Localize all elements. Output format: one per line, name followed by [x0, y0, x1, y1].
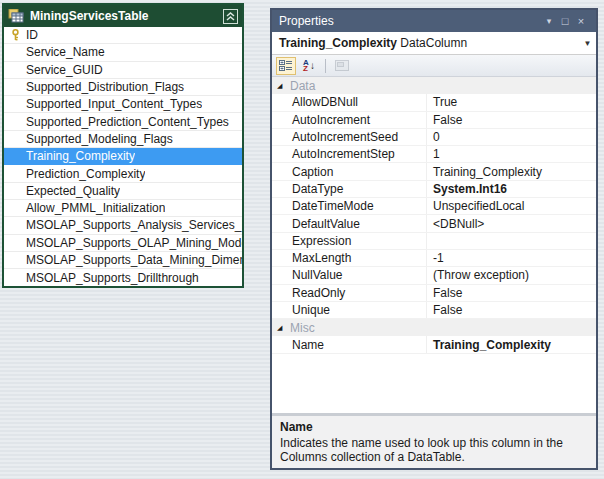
property-row[interactable]: Expression — [272, 233, 596, 250]
property-value[interactable]: UnspecifiedLocal — [427, 198, 596, 214]
property-value[interactable]: -1 — [427, 250, 596, 266]
property-value[interactable]: System.Int16 — [427, 181, 596, 197]
table-column-label: MSOLAP_Supports_Data_Mining_Dimensi... — [26, 253, 242, 267]
chevron-down-icon[interactable]: ▼ — [579, 32, 596, 54]
property-value[interactable]: <DBNull> — [427, 215, 596, 231]
table-column-label: MSOLAP_Supports_Drillthrough — [26, 271, 199, 285]
property-row[interactable]: AutoIncrementStep1 — [272, 146, 596, 163]
table-header[interactable]: MiningServicesTable — [4, 5, 242, 27]
property-value[interactable]: 0 — [427, 129, 596, 145]
property-name: DataType — [272, 181, 427, 197]
table-column-row[interactable]: Service_Name — [4, 44, 242, 61]
property-name: AllowDBNull — [272, 94, 427, 110]
table-column-label: Supported_Input_Content_Types — [26, 97, 202, 111]
property-category-row[interactable]: ◢Data — [272, 77, 596, 94]
property-category-row[interactable]: ◢Misc — [272, 319, 596, 336]
primary-key-icon — [4, 29, 26, 41]
property-value[interactable]: False — [427, 285, 596, 301]
category-expander-icon[interactable]: ◢ — [277, 324, 290, 332]
table-column-row[interactable]: ID — [4, 27, 242, 44]
chevrons-up-icon — [226, 12, 235, 21]
property-value[interactable]: 1 — [427, 146, 596, 162]
object-selector-combobox[interactable]: Training_Complexity DataColumn ▼ — [272, 32, 596, 55]
property-row[interactable]: DateTimeModeUnspecifiedLocal — [272, 198, 596, 215]
down-arrow-icon: ↓ — [310, 60, 315, 71]
property-pages-icon — [335, 60, 349, 71]
property-grid: ◢DataAllowDBNullTrueAutoIncrementFalseAu… — [272, 77, 596, 413]
float-window-icon[interactable]: □ — [557, 15, 573, 27]
selected-object-name: Training_Complexity — [279, 36, 397, 50]
table-column-row[interactable]: Training_Complexity — [4, 148, 242, 165]
property-row[interactable]: DefaultValue<DBNull> — [272, 215, 596, 232]
properties-panel: Properties ▾ □ × Training_Complexity Dat… — [270, 8, 598, 470]
table-column-label: Supported_Modeling_Flags — [26, 132, 173, 146]
property-row[interactable]: AutoIncrementFalse — [272, 112, 596, 129]
property-name: Caption — [272, 163, 427, 179]
dataset-table-window: MiningServicesTable IDService_NameServic… — [2, 3, 244, 288]
table-column-row[interactable]: Supported_Input_Content_Types — [4, 96, 242, 113]
alphabetical-sort-button[interactable]: A Z ↓ — [299, 57, 319, 75]
properties-toolbar: A Z ↓ — [272, 55, 596, 77]
property-row[interactable]: NameTraining_Complexity — [272, 336, 596, 353]
category-label: Data — [290, 79, 315, 93]
table-column-label: Service_GUID — [26, 63, 103, 77]
categorized-view-button[interactable] — [276, 57, 296, 75]
property-name: Name — [272, 336, 427, 352]
property-value[interactable]: Training_Complexity — [427, 163, 596, 179]
property-value[interactable]: (Throw exception) — [427, 267, 596, 283]
collapse-table-button[interactable] — [223, 9, 238, 24]
table-column-row[interactable]: MSOLAP_Supports_Data_Mining_Dimensi... — [4, 252, 242, 269]
table-column-row[interactable]: Supported_Distribution_Flags — [4, 79, 242, 96]
table-column-row[interactable]: Expected_Quality — [4, 183, 242, 200]
table-column-label: Training_Complexity — [26, 149, 135, 163]
property-row[interactable]: AllowDBNullTrue — [272, 94, 596, 111]
property-row[interactable]: UniqueFalse — [272, 302, 596, 319]
table-column-row[interactable]: MSOLAP_Supports_Drillthrough — [4, 269, 242, 286]
primary-key-icon — [10, 29, 21, 41]
property-value[interactable]: False — [427, 302, 596, 318]
close-icon[interactable]: × — [573, 15, 589, 27]
category-expander-icon[interactable]: ◢ — [277, 82, 290, 90]
property-value[interactable]: False — [427, 112, 596, 128]
property-name: DateTimeMode — [272, 198, 427, 214]
table-column-label: Prediction_Complexity — [26, 167, 145, 181]
table-column-row[interactable]: MSOLAP_Supports_Analysis_Services_DDL — [4, 217, 242, 234]
property-value[interactable] — [427, 233, 596, 249]
table-title: MiningServicesTable — [30, 9, 223, 23]
table-icon — [8, 9, 24, 23]
table-column-row[interactable]: Service_GUID — [4, 62, 242, 79]
property-name: AutoIncrementStep — [272, 146, 427, 162]
table-column-label: Supported_Distribution_Flags — [26, 80, 184, 94]
table-column-label: Supported_Prediction_Content_Types — [26, 115, 229, 129]
table-column-label: ID — [26, 28, 38, 42]
description-title: Name — [280, 420, 588, 434]
property-row[interactable]: AutoIncrementSeed0 — [272, 129, 596, 146]
property-pages-button[interactable] — [332, 57, 352, 75]
property-row[interactable]: DataTypeSystem.Int16 — [272, 181, 596, 198]
property-description: Name Indicates the name used to look up … — [272, 416, 596, 468]
table-column-label: Expected_Quality — [26, 184, 120, 198]
categorized-icon — [279, 59, 293, 72]
table-column-row[interactable]: Prediction_Complexity — [4, 165, 242, 182]
properties-titlebar[interactable]: Properties ▾ □ × — [272, 10, 596, 32]
selected-object-type: DataColumn — [397, 36, 579, 50]
table-column-label: MSOLAP_Supports_Analysis_Services_DDL — [26, 218, 242, 232]
property-name: AutoIncrementSeed — [272, 129, 427, 145]
property-row[interactable]: CaptionTraining_Complexity — [272, 163, 596, 180]
window-position-icon[interactable]: ▾ — [541, 16, 557, 26]
table-column-row[interactable]: Supported_Modeling_Flags — [4, 131, 242, 148]
property-name: Unique — [272, 302, 427, 318]
property-value[interactable]: True — [427, 94, 596, 110]
property-name: NullValue — [272, 267, 427, 283]
property-name: Expression — [272, 233, 427, 249]
property-row[interactable]: MaxLength-1 — [272, 250, 596, 267]
property-row[interactable]: ReadOnlyFalse — [272, 285, 596, 302]
az-icon: A Z — [303, 60, 309, 72]
table-column-row[interactable]: Supported_Prediction_Content_Types — [4, 113, 242, 130]
table-column-label: Allow_PMML_Initialization — [26, 201, 165, 215]
table-column-row[interactable]: Allow_PMML_Initialization — [4, 200, 242, 217]
property-row[interactable]: NullValue(Throw exception) — [272, 267, 596, 284]
property-value[interactable]: Training_Complexity — [427, 336, 596, 352]
table-column-row[interactable]: MSOLAP_Supports_OLAP_Mining_Models — [4, 235, 242, 252]
category-label: Misc — [290, 321, 315, 335]
